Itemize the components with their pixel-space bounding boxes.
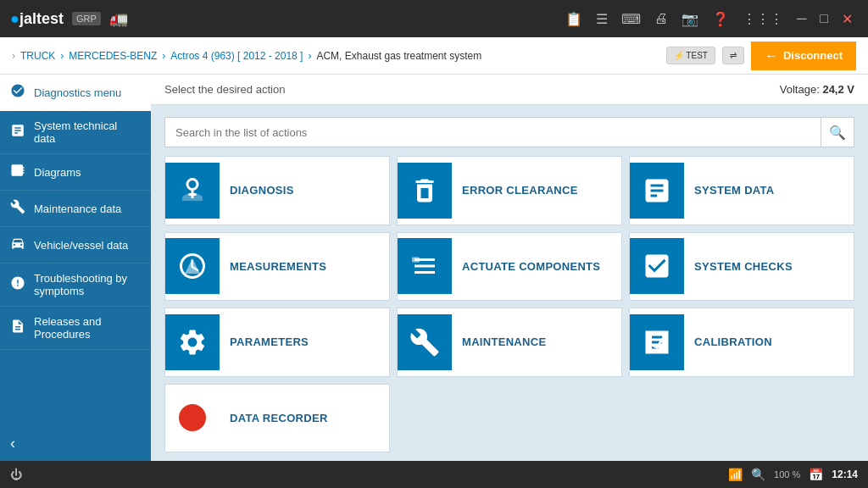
disconnect-label: Disconnect xyxy=(783,49,843,62)
test-label: TEST xyxy=(686,51,708,60)
actuate-icon-box xyxy=(398,238,452,294)
error-clearance-icon-box xyxy=(398,163,452,219)
action-card-actuate[interactable]: ACTUATE COMPONENTS xyxy=(397,232,622,302)
camera-icon[interactable]: 📷 xyxy=(676,8,704,30)
system-data-icon-box xyxy=(630,163,684,219)
logo: ●jaltest xyxy=(10,10,64,28)
bc-sep-3: › xyxy=(308,50,311,62)
test-button[interactable]: ⚡ TEST xyxy=(666,47,715,64)
disconnect-button[interactable]: ← Disconnect xyxy=(751,42,856,70)
sidebar-item-maintenance[interactable]: Maintenance data xyxy=(0,191,151,227)
diagnosis-label: DIAGNOSIS xyxy=(220,184,304,197)
collapse-icon: ‹ xyxy=(10,435,15,452)
system-checks-icon-box xyxy=(630,238,684,294)
grid-icon[interactable]: ⋮⋮⋮ xyxy=(737,8,788,30)
breadcrumb-model[interactable]: Actros 4 (963) [ 2012 - 2018 ] xyxy=(170,50,303,62)
topbar-icons: 📋 ☰ ⌨ 🖨 📷 ❓ ⋮⋮⋮ ─ □ ✕ xyxy=(560,8,858,30)
svg-rect-0 xyxy=(412,258,420,263)
breadcrumb-make[interactable]: MERCEDES-BENZ xyxy=(69,50,157,62)
diagnosis-icon-box xyxy=(165,163,220,219)
breadcrumb-system: ACM, Exhaust gas treatment system xyxy=(316,50,481,62)
action-card-measurements[interactable]: MEASUREMENTS xyxy=(164,232,390,302)
search-bar: 🔍 xyxy=(164,117,854,147)
diagrams-label: Diagrams xyxy=(34,166,81,179)
keyboard-icon[interactable]: ⌨ xyxy=(616,8,646,30)
sidebar-item-system-data[interactable]: System technical data xyxy=(0,111,151,154)
bc-sep-2: › xyxy=(162,50,165,62)
search-button[interactable]: 🔍 xyxy=(821,117,854,147)
content-header: Select the desired action Voltage: 24,2 … xyxy=(151,75,868,105)
system-checks-label: SYSTEM CHECKS xyxy=(684,260,803,273)
calibration-icon-box xyxy=(630,314,684,370)
diagrams-icon xyxy=(10,163,25,181)
action-grid: DIAGNOSIS ERROR CLEARANCE SYSTEM DATA xyxy=(151,156,868,461)
sidebar-item-troubleshooting[interactable]: Troubleshooting by symptoms xyxy=(0,263,151,307)
list-icon[interactable]: ☰ xyxy=(591,8,613,30)
sidebar-item-vehicle[interactable]: Vehicle/vessel data xyxy=(0,227,151,263)
action-card-error-clearance[interactable]: ERROR CLEARANCE xyxy=(397,156,622,225)
action-card-parameters[interactable]: PARAMETERS xyxy=(164,308,390,377)
action-card-calibration[interactable]: CALIBRATION xyxy=(629,308,854,377)
statusbar-left: ⏻ xyxy=(10,468,22,481)
search-input[interactable] xyxy=(164,117,821,147)
sidebar-item-releases[interactable]: Releases and Procedures xyxy=(0,307,151,350)
data-recorder-label: DATA RECORDER xyxy=(220,412,338,424)
topbar: ●jaltest GRP 🚛 📋 ☰ ⌨ 🖨 📷 ❓ ⋮⋮⋮ ─ □ ✕ xyxy=(0,0,868,37)
troubleshooting-icon xyxy=(10,275,25,294)
system-data-label: SYSTEM DATA xyxy=(684,184,785,197)
action-card-diagnosis[interactable]: DIAGNOSIS xyxy=(164,156,390,225)
content-area: Select the desired action Voltage: 24,2 … xyxy=(151,75,868,461)
maximize-icon[interactable]: □ xyxy=(815,8,833,30)
vehicle-icon xyxy=(10,236,25,254)
close-icon[interactable]: ✕ xyxy=(837,8,858,30)
maintenance-label: MAINTENANCE xyxy=(452,336,556,348)
voltage-value: 24,2 V xyxy=(822,83,854,96)
truck-icon: 🚛 xyxy=(109,9,128,28)
arrow-left-icon: ← xyxy=(765,48,778,64)
calendar-icon: 📅 xyxy=(809,468,823,481)
maintenance-data-label: Maintenance data xyxy=(34,202,121,215)
test2-button[interactable]: ⇌ xyxy=(722,47,744,64)
sidebar-item-diagrams[interactable]: Diagrams xyxy=(0,154,151,191)
logo-dot: ● xyxy=(10,10,19,27)
action-card-system-data[interactable]: SYSTEM DATA xyxy=(629,156,854,225)
statusbar-right: 📶 🔍 100 % 📅 12:14 xyxy=(728,468,858,481)
search-icon: 🔍 xyxy=(829,125,846,141)
sidebar-item-diagnostics[interactable]: Diagnostics menu xyxy=(0,75,151,111)
question-icon[interactable]: ❓ xyxy=(707,8,734,30)
sidebar: Diagnostics menu System technical data D… xyxy=(0,75,151,461)
record-circle xyxy=(179,404,206,431)
main-layout: Diagnostics menu System technical data D… xyxy=(0,75,868,461)
releases-icon xyxy=(10,319,25,337)
sidebar-collapse-button[interactable]: ‹ xyxy=(0,426,151,461)
statusbar: ⏻ 📶 🔍 100 % 📅 12:14 xyxy=(0,461,868,488)
measurements-icon-box xyxy=(165,238,220,294)
vehicle-label: Vehicle/vessel data xyxy=(34,239,128,252)
voltage-label: Voltage: xyxy=(780,83,820,96)
diagnostics-icon xyxy=(10,83,25,102)
action-card-maintenance[interactable]: MAINTENANCE xyxy=(397,308,622,377)
minimize-icon[interactable]: ─ xyxy=(792,8,811,30)
parameters-icon-box xyxy=(165,314,220,370)
printer-icon[interactable]: 🖨 xyxy=(649,8,673,30)
maintenance-icon-box xyxy=(398,314,452,370)
action-card-system-checks[interactable]: SYSTEM CHECKS xyxy=(629,232,854,302)
actuate-label: ACTUATE COMPONENTS xyxy=(452,260,610,273)
calibration-label: CALIBRATION xyxy=(684,336,782,348)
bc-sep-1: › xyxy=(60,50,64,62)
content-title: Select the desired action xyxy=(164,83,285,96)
action-card-data-recorder[interactable]: DATA RECORDER xyxy=(164,384,390,453)
breadcrumb-truck[interactable]: TRUCK xyxy=(20,50,55,62)
voltage-display: Voltage: 24,2 V xyxy=(780,83,854,96)
system-data-label: System technical data xyxy=(34,119,141,145)
zoom-icon: 🔍 xyxy=(751,468,765,481)
maintenance-icon xyxy=(10,199,25,218)
breadcrumb-chevron: › xyxy=(12,50,15,62)
topbar-left: ●jaltest GRP 🚛 xyxy=(10,9,128,28)
clipboard-icon[interactable]: 📋 xyxy=(560,8,587,30)
zoom-value: 100 % xyxy=(774,469,800,480)
breadcrumb: › TRUCK › MERCEDES-BENZ › Actros 4 (963)… xyxy=(12,50,481,62)
breadcrumb-actions: ⚡ TEST ⇌ ← Disconnect xyxy=(666,42,856,70)
test2-icon: ⇌ xyxy=(730,51,737,60)
data-recorder-icon-box xyxy=(165,390,220,446)
